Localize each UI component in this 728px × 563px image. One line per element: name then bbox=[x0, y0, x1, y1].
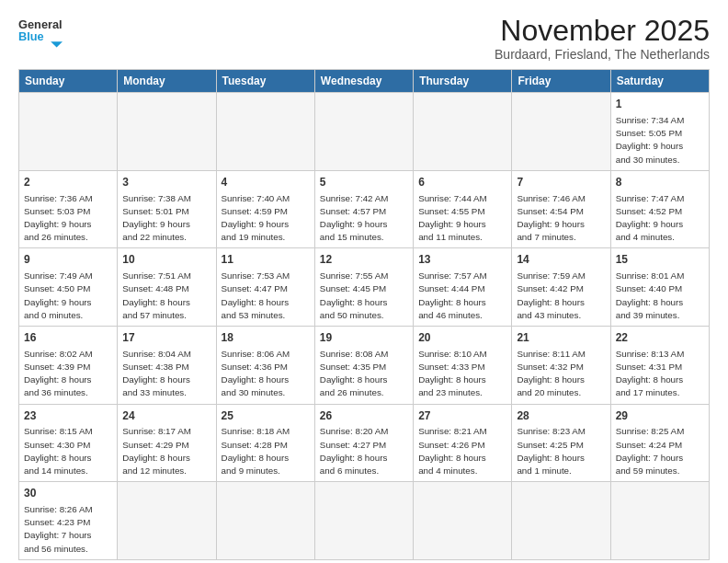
table-row: 16Sunrise: 8:02 AM Sunset: 4:39 PM Dayli… bbox=[19, 327, 118, 405]
table-row: 22Sunrise: 8:13 AM Sunset: 4:31 PM Dayli… bbox=[610, 327, 709, 405]
day-info: Sunrise: 8:13 AM Sunset: 4:31 PM Dayligh… bbox=[616, 348, 704, 400]
table-row: 27Sunrise: 8:21 AM Sunset: 4:26 PM Dayli… bbox=[414, 404, 512, 482]
day-number: 12 bbox=[320, 252, 408, 268]
table-row: 7Sunrise: 7:46 AM Sunset: 4:54 PM Daylig… bbox=[512, 170, 610, 248]
day-info: Sunrise: 8:26 AM Sunset: 4:23 PM Dayligh… bbox=[24, 503, 112, 556]
table-row: 6Sunrise: 7:44 AM Sunset: 4:55 PM Daylig… bbox=[414, 170, 512, 248]
table-row: 23Sunrise: 8:15 AM Sunset: 4:30 PM Dayli… bbox=[19, 404, 118, 482]
day-number: 20 bbox=[418, 330, 506, 346]
day-number: 6 bbox=[418, 175, 506, 190]
table-row bbox=[216, 482, 314, 560]
table-row: 25Sunrise: 8:18 AM Sunset: 4:28 PM Dayli… bbox=[216, 404, 314, 482]
day-number: 8 bbox=[616, 175, 704, 190]
table-row bbox=[216, 93, 314, 171]
day-info: Sunrise: 8:23 AM Sunset: 4:25 PM Dayligh… bbox=[517, 425, 605, 477]
header-wednesday: Wednesday bbox=[314, 70, 413, 93]
table-row bbox=[512, 482, 610, 560]
table-row: 5Sunrise: 7:42 AM Sunset: 4:57 PM Daylig… bbox=[314, 170, 413, 248]
logo: General Blue bbox=[18, 15, 63, 48]
table-row: 24Sunrise: 8:17 AM Sunset: 4:29 PM Dayli… bbox=[118, 404, 216, 482]
header-monday: Monday bbox=[118, 70, 216, 93]
table-row: 14Sunrise: 7:59 AM Sunset: 4:42 PM Dayli… bbox=[512, 248, 610, 327]
table-row: 26Sunrise: 8:20 AM Sunset: 4:27 PM Dayli… bbox=[314, 404, 413, 482]
table-row: 18Sunrise: 8:06 AM Sunset: 4:36 PM Dayli… bbox=[216, 327, 314, 405]
day-number: 28 bbox=[517, 408, 605, 424]
day-info: Sunrise: 8:15 AM Sunset: 4:30 PM Dayligh… bbox=[24, 425, 112, 477]
table-row bbox=[610, 482, 709, 560]
header: General Blue November 2025 Burdaard, Fri… bbox=[18, 15, 710, 62]
day-number: 15 bbox=[616, 252, 704, 268]
table-row: 28Sunrise: 8:23 AM Sunset: 4:25 PM Dayli… bbox=[512, 404, 610, 482]
calendar-week-row: 30Sunrise: 8:26 AM Sunset: 4:23 PM Dayli… bbox=[19, 482, 710, 560]
day-number: 24 bbox=[122, 408, 210, 424]
day-info: Sunrise: 7:57 AM Sunset: 4:44 PM Dayligh… bbox=[418, 270, 506, 322]
day-info: Sunrise: 8:17 AM Sunset: 4:29 PM Dayligh… bbox=[122, 425, 210, 477]
day-number: 1 bbox=[616, 97, 704, 112]
day-info: Sunrise: 8:02 AM Sunset: 4:39 PM Dayligh… bbox=[24, 348, 112, 400]
table-row bbox=[314, 482, 413, 560]
day-info: Sunrise: 8:11 AM Sunset: 4:32 PM Dayligh… bbox=[517, 348, 605, 400]
day-number: 29 bbox=[616, 408, 704, 424]
day-number: 21 bbox=[517, 330, 605, 346]
table-row: 13Sunrise: 7:57 AM Sunset: 4:44 PM Dayli… bbox=[414, 248, 512, 327]
generalblue-logo-icon: General Blue bbox=[18, 15, 63, 48]
table-row bbox=[414, 482, 512, 560]
day-info: Sunrise: 8:04 AM Sunset: 4:38 PM Dayligh… bbox=[122, 348, 210, 400]
location-subtitle: Burdaard, Friesland, The Netherlands bbox=[495, 47, 710, 62]
table-row: 9Sunrise: 7:49 AM Sunset: 4:50 PM Daylig… bbox=[19, 248, 118, 327]
day-number: 9 bbox=[24, 252, 112, 268]
table-row: 4Sunrise: 7:40 AM Sunset: 4:59 PM Daylig… bbox=[216, 170, 314, 248]
day-number: 30 bbox=[24, 486, 112, 501]
day-info: Sunrise: 7:34 AM Sunset: 5:05 PM Dayligh… bbox=[616, 114, 704, 167]
table-row: 3Sunrise: 7:38 AM Sunset: 5:01 PM Daylig… bbox=[118, 170, 216, 248]
day-info: Sunrise: 7:55 AM Sunset: 4:45 PM Dayligh… bbox=[320, 270, 408, 322]
table-row bbox=[314, 93, 413, 171]
calendar-week-row: 1Sunrise: 7:34 AM Sunset: 5:05 PM Daylig… bbox=[19, 93, 710, 171]
calendar-table: Sunday Monday Tuesday Wednesday Thursday… bbox=[18, 69, 710, 560]
table-row bbox=[118, 482, 216, 560]
day-info: Sunrise: 8:01 AM Sunset: 4:40 PM Dayligh… bbox=[616, 270, 704, 322]
day-info: Sunrise: 8:08 AM Sunset: 4:35 PM Dayligh… bbox=[320, 348, 408, 400]
table-row: 10Sunrise: 7:51 AM Sunset: 4:48 PM Dayli… bbox=[118, 248, 216, 327]
calendar-week-row: 9Sunrise: 7:49 AM Sunset: 4:50 PM Daylig… bbox=[19, 248, 710, 327]
svg-marker-2 bbox=[51, 41, 63, 47]
calendar-week-row: 16Sunrise: 8:02 AM Sunset: 4:39 PM Dayli… bbox=[19, 327, 710, 405]
header-sunday: Sunday bbox=[19, 70, 118, 93]
day-number: 17 bbox=[122, 330, 210, 346]
day-number: 16 bbox=[24, 330, 112, 346]
day-number: 25 bbox=[222, 408, 310, 424]
table-row: 29Sunrise: 8:25 AM Sunset: 4:24 PM Dayli… bbox=[610, 404, 709, 482]
table-row: 1Sunrise: 7:34 AM Sunset: 5:05 PM Daylig… bbox=[610, 93, 709, 171]
day-number: 3 bbox=[122, 175, 210, 190]
svg-text:Blue: Blue bbox=[18, 29, 44, 43]
table-row: 12Sunrise: 7:55 AM Sunset: 4:45 PM Dayli… bbox=[314, 248, 413, 327]
day-info: Sunrise: 7:44 AM Sunset: 4:55 PM Dayligh… bbox=[418, 192, 506, 245]
table-row bbox=[19, 93, 118, 171]
day-info: Sunrise: 7:36 AM Sunset: 5:03 PM Dayligh… bbox=[24, 192, 112, 245]
day-number: 10 bbox=[122, 252, 210, 268]
day-info: Sunrise: 7:47 AM Sunset: 4:52 PM Dayligh… bbox=[616, 192, 704, 245]
day-number: 7 bbox=[517, 175, 605, 190]
day-info: Sunrise: 8:20 AM Sunset: 4:27 PM Dayligh… bbox=[320, 425, 408, 477]
day-number: 22 bbox=[616, 330, 704, 346]
day-number: 11 bbox=[222, 252, 310, 268]
page: General Blue November 2025 Burdaard, Fri… bbox=[0, 0, 728, 563]
day-number: 14 bbox=[517, 252, 605, 268]
day-info: Sunrise: 7:53 AM Sunset: 4:47 PM Dayligh… bbox=[222, 270, 310, 322]
header-tuesday: Tuesday bbox=[216, 70, 314, 93]
day-number: 26 bbox=[320, 408, 408, 424]
table-row bbox=[512, 93, 610, 171]
calendar-week-row: 23Sunrise: 8:15 AM Sunset: 4:30 PM Dayli… bbox=[19, 404, 710, 482]
day-info: Sunrise: 7:38 AM Sunset: 5:01 PM Dayligh… bbox=[122, 192, 210, 245]
table-row: 21Sunrise: 8:11 AM Sunset: 4:32 PM Dayli… bbox=[512, 327, 610, 405]
table-row: 30Sunrise: 8:26 AM Sunset: 4:23 PM Dayli… bbox=[19, 482, 118, 560]
calendar-header-row: Sunday Monday Tuesday Wednesday Thursday… bbox=[19, 70, 710, 93]
calendar-week-row: 2Sunrise: 7:36 AM Sunset: 5:03 PM Daylig… bbox=[19, 170, 710, 248]
day-number: 18 bbox=[222, 330, 310, 346]
day-number: 2 bbox=[24, 175, 112, 190]
month-title: November 2025 bbox=[495, 15, 710, 47]
table-row: 8Sunrise: 7:47 AM Sunset: 4:52 PM Daylig… bbox=[610, 170, 709, 248]
table-row bbox=[118, 93, 216, 171]
day-number: 23 bbox=[24, 408, 112, 424]
header-thursday: Thursday bbox=[414, 70, 512, 93]
